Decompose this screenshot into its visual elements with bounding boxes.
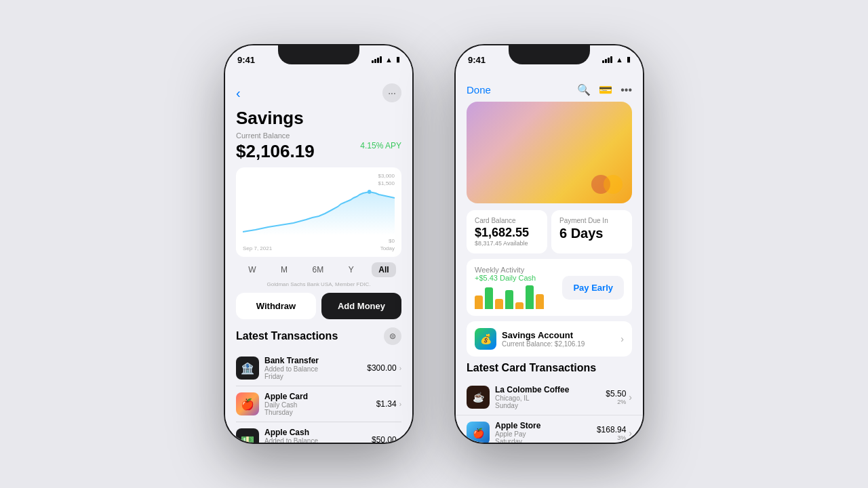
filter-icon[interactable]: ⊜ [384,327,401,345]
tx-info-0: Bank Transfer Added to Balance Friday [264,356,367,380]
card-balance-box: Card Balance $1,682.55 $8,317.45 Availab… [467,210,547,253]
withdraw-button[interactable]: Withdraw [236,293,316,319]
transaction-item-2[interactable]: 💵 Apple Cash Added to Balance Wednesday … [236,422,401,443]
tx-right-1: $1.34 › [376,399,401,409]
payment-due-label: Payment Due In [559,217,624,224]
weekly-activity-label: Weekly Activity [475,266,555,274]
bar-chart [475,282,555,309]
card-tx-sub-1: Apple Pay Saturday [495,430,597,443]
chart-date-end: Today [380,245,395,251]
time-btn-w[interactable]: W [241,262,262,277]
savings-body: Savings Current Balance $2,106.19 4.15% … [225,108,412,443]
time-btn-all[interactable]: All [372,262,395,277]
add-money-button[interactable]: Add Money [321,293,401,319]
bar-item [515,302,524,309]
card-tx-item-0[interactable]: ☕ La Colombe Coffee Chicago, IL Sunday $… [456,380,643,415]
more-icon[interactable]: ••• [620,84,632,96]
status-icons-2: ▲ ▮ [602,55,631,64]
apy-label: 4.15% APY [360,141,401,150]
card-balance-value: $1,682.55 [475,226,539,240]
signal-icon-2 [602,56,612,63]
back-button[interactable]: ‹ [236,85,241,101]
chart-label-3000: $3,000 [378,173,395,179]
tx-amount-1: $1.34 [376,399,397,409]
card-tx-amount-0: $5.50 [606,389,626,399]
savings-account-icon: 💰 [475,328,496,350]
svg-point-0 [368,190,372,194]
card-tx-info-1: Apple Store Apple Pay Saturday [495,421,597,443]
card-tx-item-1[interactable]: 🍎 Apple Store Apple Pay Saturday $168.94… [456,415,643,443]
action-buttons: Withdraw Add Money [236,293,401,319]
card-tx-amount-1: $168.94 [597,425,626,434]
tx-sub-2: Added to Balance Wednesday [264,437,372,443]
card-tx-cashback-0: 2% [606,399,626,405]
phones-container: 9:41 ▲ ▮ ‹ ··· [224,44,644,444]
chart-label-1500: $1,500 [378,180,395,186]
status-bar-2: 9:41 ▲ ▮ [456,45,643,81]
chevron-icon-2: › [399,436,401,443]
chart-label-0: $0 [389,238,395,244]
savings-account-row[interactable]: 💰 Savings Account Current Balance: $2,10… [467,321,632,357]
weekly-cash: +$5.43 Daily Cash [475,274,555,282]
done-button[interactable]: Done [467,84,491,96]
chart-date-labels: Sep 7, 2021 Today [243,245,395,251]
status-icons-1: ▲ ▮ [372,55,400,64]
tx-sub-1: Daily Cash Thursday [264,401,376,416]
tx-amount-2: $50.00 [372,435,397,443]
apple-card-image [467,102,632,203]
card-nav: Done 🔍 💳 ••• [456,81,643,102]
mc-yellow-circle [604,175,623,194]
tx-amount-0: $300.00 [367,363,396,373]
battery-icon-2: ▮ [627,55,631,64]
bank-transfer-icon: 🏦 [236,357,259,380]
balance-row: Current Balance $2,106.19 4.15% APY [236,131,401,162]
tx-right-0: $300.00 › [367,363,401,373]
time-1: 9:41 [237,55,255,65]
time-2: 9:41 [468,55,486,65]
tx-sub-0: Added to Balance Friday [264,365,367,380]
card-tx-info-0: La Colombe Coffee Chicago, IL Sunday [495,385,606,409]
card-tx-cashback-1: 3% [597,434,626,441]
payment-due-value: 6 Days [559,226,624,241]
chart-svg [243,188,395,235]
card-tx-name-0: La Colombe Coffee [495,385,606,394]
transaction-item-0[interactable]: 🏦 Bank Transfer Added to Balance Friday … [236,350,401,386]
balance-amount: $2,106.19 [236,141,315,162]
tx-name-1: Apple Card [264,392,376,401]
apple-store-icon: 🍎 [467,422,490,443]
time-btn-y[interactable]: Y [342,262,361,277]
more-button[interactable]: ··· [382,83,401,102]
apple-card-icon-1: 🍎 [236,392,259,415]
goldman-disclaimer: Goldman Sachs Bank USA, Member FDIC. [236,281,401,287]
card-tx-chevron-1: › [629,428,632,439]
search-icon[interactable]: 🔍 [577,83,591,96]
bar-item [485,287,493,309]
tx-name-2: Apple Cash [264,428,372,437]
transactions-header: Latest Transactions ⊜ [236,327,401,345]
bar-item [536,294,544,309]
notch-2 [509,45,590,64]
card-tx-right-1: $168.94 3% [597,425,626,441]
chart-mid-label: $1,500 [243,180,395,186]
wifi-icon: ▲ [385,56,393,64]
bar-item [526,285,534,309]
card-tx-right-0: $5.50 2% [606,389,626,405]
time-btn-m[interactable]: M [274,262,294,277]
tx-info-2: Apple Cash Added to Balance Wednesday [264,428,372,443]
transaction-item-1[interactable]: 🍎 Apple Card Daily Cash Thursday $1.34 › [236,386,401,422]
chart-date-start: Sep 7, 2021 [243,245,272,251]
card-tx-name-1: Apple Store [495,421,597,430]
chart-zero-label: $0 [243,238,395,244]
tx-name-0: Bank Transfer [264,356,367,365]
bar-item [495,299,503,309]
savings-screen: ‹ ··· Savings Current Balance $2,106.19 … [225,81,412,443]
pay-early-button[interactable]: Pay Early [562,276,624,300]
balance-label: Current Balance [236,131,315,140]
page-title: Savings [236,108,401,129]
mastercard-logo [591,175,623,194]
savings-row-info: Savings Account Current Balance: $2,106.… [502,330,615,348]
wallet-icon[interactable]: 💳 [599,83,612,96]
transactions-title: Latest Transactions [236,330,338,342]
time-btn-6m[interactable]: 6M [306,262,331,277]
battery-icon: ▮ [396,55,400,64]
